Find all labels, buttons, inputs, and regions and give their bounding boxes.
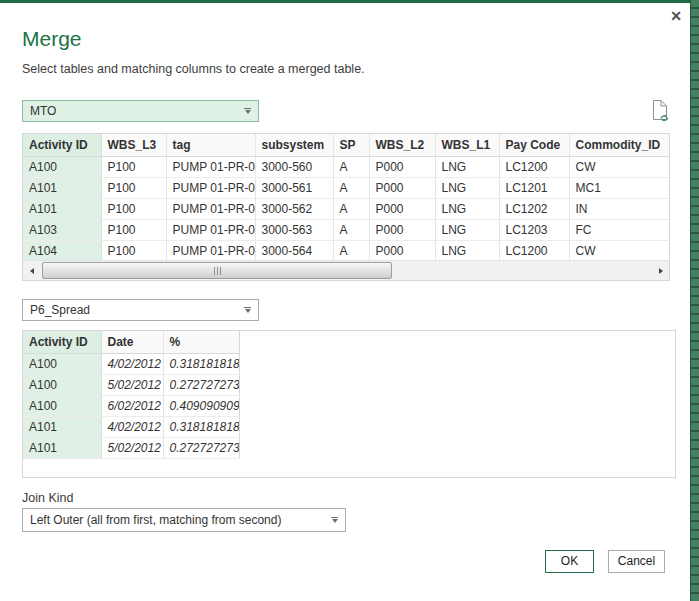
cell[interactable]: PUMP 01-PR-02 xyxy=(166,199,255,220)
cell[interactable]: P000 xyxy=(369,178,435,199)
cell[interactable]: 0.272727273 xyxy=(163,375,239,396)
cell[interactable]: 0.409090909 xyxy=(163,396,239,417)
cell[interactable]: P100 xyxy=(101,199,166,220)
cell[interactable]: 0.318181818 xyxy=(163,417,239,438)
scroll-left-arrow-icon[interactable] xyxy=(23,261,40,280)
column-header-pay-code[interactable]: Pay Code xyxy=(499,134,569,157)
cell[interactable]: A101 xyxy=(23,438,101,459)
cell[interactable]: A101 xyxy=(23,199,101,220)
second-table: Activity ID Date % A100 4/02/2012 0.3181… xyxy=(23,331,240,459)
scroll-right-arrow-icon[interactable] xyxy=(652,261,669,280)
first-table-dropdown[interactable]: MTO xyxy=(22,100,259,122)
cell[interactable]: P100 xyxy=(101,178,166,199)
cell[interactable]: P000 xyxy=(369,157,435,178)
cell[interactable]: 4/02/2012 xyxy=(101,417,163,438)
scrollbar-thumb[interactable] xyxy=(42,262,392,279)
cell[interactable]: 6/02/2012 xyxy=(101,396,163,417)
cell[interactable]: 3000-562 xyxy=(255,199,333,220)
cell[interactable]: LC1201 xyxy=(499,178,569,199)
cell[interactable]: LNG xyxy=(435,157,499,178)
cell[interactable]: A104 xyxy=(23,241,101,262)
cell[interactable]: LNG xyxy=(435,241,499,262)
column-header-tag[interactable]: tag xyxy=(166,134,255,157)
cell[interactable]: MC1 xyxy=(569,178,669,199)
cell[interactable]: P000 xyxy=(369,220,435,241)
join-kind-dropdown[interactable]: Left Outer (all from first, matching fro… xyxy=(22,508,346,532)
cell[interactable]: P100 xyxy=(101,220,166,241)
ok-button[interactable]: OK xyxy=(545,550,594,573)
chevron-down-icon xyxy=(244,307,251,313)
table-row: A104 P100 PUMP 01-PR-03 3000-564 A P000 … xyxy=(23,241,669,262)
cell[interactable]: A100 xyxy=(23,354,101,375)
merge-dialog: ✕ Merge Select tables and matching colum… xyxy=(0,0,699,601)
column-header-sp[interactable]: SP xyxy=(333,134,369,157)
cell[interactable]: A101 xyxy=(23,178,101,199)
first-table: Activity ID WBS_L3 tag subsystem SP WBS_… xyxy=(23,134,669,262)
cell[interactable]: CW xyxy=(569,157,669,178)
cell[interactable]: A xyxy=(333,241,369,262)
second-table-preview: Activity ID Date % A100 4/02/2012 0.3181… xyxy=(22,330,676,478)
first-table-dropdown-value: MTO xyxy=(30,104,56,118)
close-icon[interactable]: ✕ xyxy=(665,6,687,26)
table-row: A101 4/02/2012 0.318181818 xyxy=(23,417,239,438)
cell[interactable]: PUMP 01-PR-02 xyxy=(166,178,255,199)
cell[interactable]: A xyxy=(333,157,369,178)
cell[interactable]: 4/02/2012 xyxy=(101,354,163,375)
cell[interactable]: FC xyxy=(569,220,669,241)
cell[interactable]: LC1200 xyxy=(499,157,569,178)
column-header-subsystem[interactable]: subsystem xyxy=(255,134,333,157)
dialog-subtitle: Select tables and matching columns to cr… xyxy=(22,62,365,76)
join-kind-label: Join Kind xyxy=(22,491,73,505)
cell[interactable]: CW xyxy=(569,241,669,262)
cell[interactable]: A103 xyxy=(23,220,101,241)
cell[interactable]: 3000-561 xyxy=(255,178,333,199)
table-row: A103 P100 PUMP 01-PR-02 3000-563 A P000 … xyxy=(23,220,669,241)
cell[interactable]: A100 xyxy=(23,157,101,178)
column-header-percent[interactable]: % xyxy=(163,331,239,354)
cell[interactable]: 5/02/2012 xyxy=(101,438,163,459)
cell[interactable]: A101 xyxy=(23,417,101,438)
cell[interactable]: 3000-563 xyxy=(255,220,333,241)
cell[interactable]: LNG xyxy=(435,220,499,241)
column-header-activity-id[interactable]: Activity ID xyxy=(23,134,101,157)
table-row: A101 P100 PUMP 01-PR-02 3000-562 A P000 … xyxy=(23,199,669,220)
column-header-commodity-id[interactable]: Commodity_ID xyxy=(569,134,669,157)
refresh-preview-icon[interactable] xyxy=(650,99,670,123)
cell[interactable]: A xyxy=(333,220,369,241)
cell[interactable]: A100 xyxy=(23,396,101,417)
table-row: A100 P100 PUMP 01-PR-02 3000-560 A P000 … xyxy=(23,157,669,178)
cell[interactable]: LNG xyxy=(435,199,499,220)
cell[interactable]: P100 xyxy=(101,157,166,178)
column-header-wbs-l2[interactable]: WBS_L2 xyxy=(369,134,435,157)
cell[interactable]: A100 xyxy=(23,375,101,396)
cell[interactable]: P000 xyxy=(369,199,435,220)
cell[interactable]: LC1200 xyxy=(499,241,569,262)
cell[interactable]: P100 xyxy=(101,241,166,262)
cell[interactable]: PUMP 01-PR-02 xyxy=(166,220,255,241)
cell[interactable]: A xyxy=(333,199,369,220)
cell[interactable]: 0.272727273 xyxy=(163,438,239,459)
join-kind-dropdown-value: Left Outer (all from first, matching fro… xyxy=(30,513,281,527)
cell[interactable]: 0.318181818 xyxy=(163,354,239,375)
cell[interactable]: A xyxy=(333,178,369,199)
excel-window-edge-right xyxy=(690,0,699,601)
second-table-dropdown-value: P6_Spread xyxy=(30,303,90,317)
cell[interactable]: IN xyxy=(569,199,669,220)
cell[interactable]: 5/02/2012 xyxy=(101,375,163,396)
horizontal-scrollbar[interactable] xyxy=(23,260,669,280)
cell[interactable]: 3000-560 xyxy=(255,157,333,178)
column-header-date[interactable]: Date xyxy=(101,331,163,354)
cell[interactable]: 3000-564 xyxy=(255,241,333,262)
cancel-button[interactable]: Cancel xyxy=(608,550,665,573)
cell[interactable]: PUMP 01-PR-02 xyxy=(166,157,255,178)
column-header-activity-id[interactable]: Activity ID xyxy=(23,331,101,354)
cell[interactable]: PUMP 01-PR-03 xyxy=(166,241,255,262)
cell[interactable]: P000 xyxy=(369,241,435,262)
cell[interactable]: LNG xyxy=(435,178,499,199)
column-header-wbs-l1[interactable]: WBS_L1 xyxy=(435,134,499,157)
cell[interactable]: LC1202 xyxy=(499,199,569,220)
column-header-wbs-l3[interactable]: WBS_L3 xyxy=(101,134,166,157)
second-table-dropdown[interactable]: P6_Spread xyxy=(22,299,259,321)
cell[interactable]: LC1203 xyxy=(499,220,569,241)
table-row: A101 5/02/2012 0.272727273 xyxy=(23,438,239,459)
